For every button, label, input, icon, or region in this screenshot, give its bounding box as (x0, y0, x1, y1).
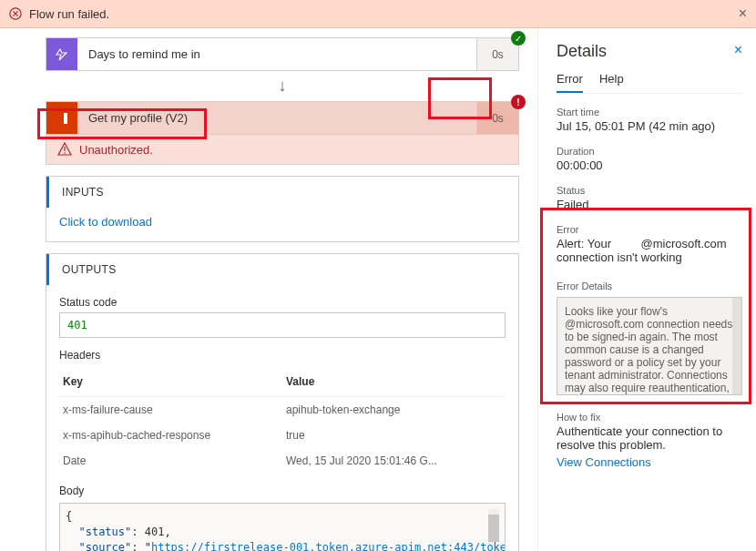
status-label: Status (557, 185, 742, 196)
headers-table: Key Value x-ms-failure-causeapihub-token… (59, 367, 506, 474)
body-json[interactable]: { "status": 401, "source": "https://firs… (59, 503, 506, 551)
flow-arrow-icon: ↓ (46, 71, 519, 101)
step-profile[interactable]: Get my profile (V2) 0s ! (46, 101, 519, 135)
inputs-header: INPUTS (46, 177, 518, 208)
status-value: Failed (557, 198, 742, 211)
table-row: x-ms-apihub-cached-responsetrue (59, 423, 506, 448)
step-days-title: Days to remind me in (88, 47, 200, 61)
th-value[interactable]: Value (282, 372, 506, 391)
notification-text: Flow run failed. (29, 7, 109, 21)
success-icon: ✓ (511, 31, 526, 46)
notification-close-icon[interactable]: × (739, 5, 747, 22)
headers-label: Headers (59, 349, 506, 362)
step-days-time: 0s ✓ (476, 38, 518, 70)
outputs-card: OUTPUTS Status code 401 Headers Key Valu… (46, 253, 519, 551)
step-profile-time: 0s ! (476, 102, 518, 134)
view-connections-link[interactable]: View Connections (557, 455, 742, 469)
error-value: Alert: Your @microsoft.com connection is… (557, 237, 742, 264)
notification-bar: Flow run failed. × (0, 0, 756, 28)
step-days-icon (46, 38, 77, 70)
status-code-label: Status code (59, 296, 506, 309)
step-profile-title: Get my profile (V2) (88, 111, 188, 125)
details-close-icon[interactable]: × (734, 42, 742, 58)
th-key[interactable]: Key (59, 372, 282, 391)
duration-value: 00:00:00 (557, 158, 742, 172)
error-details-label: Error Details (557, 281, 742, 291)
inputs-download-link[interactable]: Click to download (59, 215, 506, 229)
inputs-card: INPUTS Click to download (46, 176, 519, 242)
duration-label: Duration (557, 146, 742, 157)
outputs-header: OUTPUTS (46, 254, 518, 285)
fix-value: Authenticate your connection to resolve … (557, 424, 742, 452)
office-icon (46, 102, 77, 134)
status-code-value: 401 (59, 312, 506, 338)
details-title: Details (557, 42, 742, 61)
svg-point-4 (64, 152, 66, 154)
start-time-label: Start time (557, 107, 742, 117)
error-details-scrollbar[interactable] (732, 298, 741, 394)
tab-error[interactable]: Error (557, 72, 583, 93)
error-details-box[interactable]: Looks like your flow's @microsoft.com co… (557, 297, 742, 395)
details-tabs: Error Help (557, 72, 742, 94)
flow-canvas: Days to remind me in 0s ✓ ↓ Get my profi… (0, 28, 537, 551)
error-icon (9, 7, 22, 20)
details-panel: Details × Error Help Start time Jul 15, … (537, 28, 756, 551)
step-error-icon: ! (511, 95, 526, 109)
body-label: Body (59, 485, 506, 497)
step-profile-error-row: Unauthorized. (46, 135, 519, 165)
error-label: Error (557, 224, 742, 235)
table-row: x-ms-failure-causeapihub-token-exchange (59, 397, 506, 423)
fix-label: How to fix (557, 412, 742, 423)
table-row: DateWed, 15 Jul 2020 15:01:46 G... (59, 448, 506, 474)
step-days[interactable]: Days to remind me in 0s ✓ (46, 37, 519, 71)
step-profile-error-text: Unauthorized. (79, 143, 153, 157)
warning-icon (57, 142, 72, 157)
tab-help[interactable]: Help (599, 72, 624, 93)
start-time-value: Jul 15, 05:01 PM (42 min ago) (557, 119, 742, 133)
